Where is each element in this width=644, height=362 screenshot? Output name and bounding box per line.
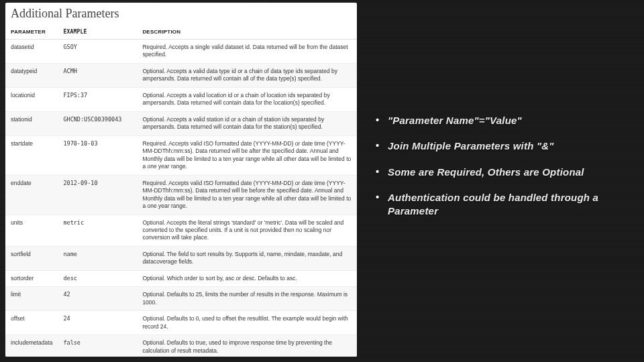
cell-description: Required. Accepts valid ISO formatted da… <box>137 175 357 215</box>
cell-example: 2012-09-10 <box>58 175 137 215</box>
cell-parameter: enddate <box>5 175 58 215</box>
bullet-item: Join Multiple Parameters with "&" <box>376 139 631 153</box>
cell-parameter: offset <box>5 311 58 335</box>
bullet-item: Some are Required, Others are Optional <box>376 166 631 179</box>
parameters-table: PARAMETER EXAMPLE DESCRIPTION datasetidG… <box>5 25 357 357</box>
bullet-item: Authentication could be handled through … <box>376 191 631 219</box>
table-row: includemetadatafalseOptional. Defaults t… <box>5 335 357 357</box>
cell-description: Optional. Accepts a valid data type id o… <box>137 63 357 87</box>
cell-parameter: units <box>5 215 58 246</box>
cell-parameter: sortorder <box>5 270 58 286</box>
cell-example: FIPS:37 <box>58 87 137 111</box>
cell-example: name <box>58 246 137 270</box>
cell-description: Optional. Defaults to 0, used to offset … <box>137 311 357 335</box>
cell-parameter: datatypeid <box>5 63 58 87</box>
bullet-item: "Parameter Name"="Value" <box>376 114 631 127</box>
cell-example: 1970-10-03 <box>58 135 137 175</box>
documentation-card: Additional Parameters PARAMETER EXAMPLE … <box>5 3 357 357</box>
table-row: unitsmetricOptional. Accepts the literal… <box>5 215 357 246</box>
table-row: datasetidGSOYRequired. Accepts a single … <box>5 40 357 64</box>
cell-example: GHCND:USC00390043 <box>58 111 137 135</box>
table-row: sortfieldnameOptional. The field to sort… <box>5 246 357 270</box>
cell-description: Optional. Accepts a valid location id or… <box>137 87 357 111</box>
cell-description: Optional. Accepts the literal strings 's… <box>137 215 357 246</box>
cell-parameter: startdate <box>5 135 58 175</box>
header-example: EXAMPLE <box>58 25 137 40</box>
table-row: locationidFIPS:37Optional. Accepts a val… <box>5 87 357 111</box>
table-row: stationidGHCND:USC00390043Optional. Acce… <box>5 111 357 135</box>
cell-example: false <box>58 335 137 357</box>
header-parameter: PARAMETER <box>5 25 58 40</box>
cell-description: Required. Accepts a single valid dataset… <box>137 40 357 64</box>
notes-panel: "Parameter Name"="Value"Join Multiple Pa… <box>362 0 644 362</box>
table-row: startdate1970-10-03Required. Accepts val… <box>5 135 357 175</box>
cell-parameter: includemetadata <box>5 335 58 357</box>
table-header-row: PARAMETER EXAMPLE DESCRIPTION <box>5 25 357 40</box>
documentation-panel: Additional Parameters PARAMETER EXAMPLE … <box>0 0 362 362</box>
cell-parameter: datasetid <box>5 40 58 64</box>
doc-title: Additional Parameters <box>5 3 357 25</box>
cell-example: 24 <box>58 311 137 335</box>
cell-parameter: stationid <box>5 111 58 135</box>
table-row: offset24Optional. Defaults to 0, used to… <box>5 311 357 335</box>
table-row: datatypeidACMHOptional. Accepts a valid … <box>5 63 357 87</box>
cell-description: Optional. Defaults to 25, limits the num… <box>137 287 357 311</box>
table-row: enddate2012-09-10Required. Accepts valid… <box>5 175 357 215</box>
cell-description: Optional. The field to sort results by. … <box>137 246 357 270</box>
cell-parameter: sortfield <box>5 246 58 270</box>
cell-example: GSOY <box>58 40 137 64</box>
cell-example: 42 <box>58 287 137 311</box>
cell-example: ACMH <box>58 63 137 87</box>
table-row: sortorderdescOptional. Which order to so… <box>5 270 357 286</box>
cell-example: metric <box>58 215 137 246</box>
cell-parameter: locationid <box>5 87 58 111</box>
cell-description: Optional. Defaults to true, used to impr… <box>137 335 357 357</box>
cell-description: Optional. Accepts a valid station id or … <box>137 111 357 135</box>
bullet-list: "Parameter Name"="Value"Join Multiple Pa… <box>376 114 631 230</box>
header-description: DESCRIPTION <box>137 25 357 40</box>
cell-example: desc <box>58 270 137 286</box>
cell-parameter: limit <box>5 287 58 311</box>
cell-description: Required. Accepts valid ISO formatted da… <box>137 135 357 175</box>
cell-description: Optional. Which order to sort by, asc or… <box>137 270 357 286</box>
table-row: limit42Optional. Defaults to 25, limits … <box>5 287 357 311</box>
